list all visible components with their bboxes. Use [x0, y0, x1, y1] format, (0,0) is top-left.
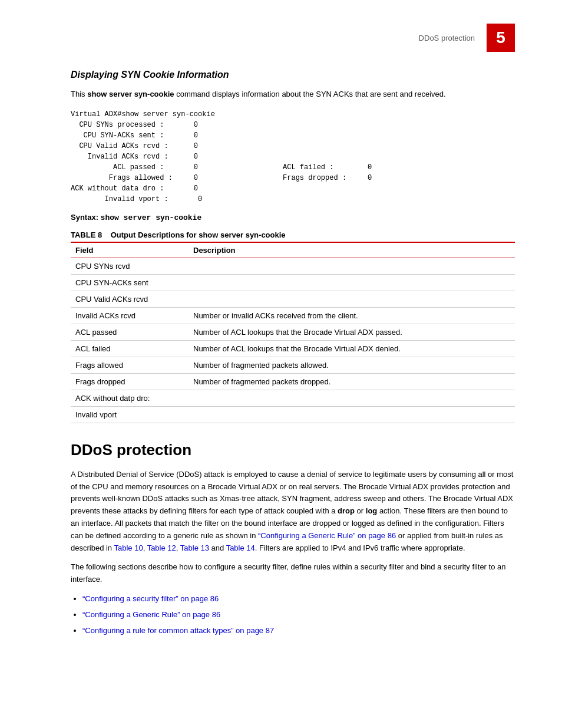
field-cell: ACL passed — [71, 324, 189, 340]
field-cell: ACL failed — [71, 340, 189, 357]
link-configuring-common-attack[interactable]: “Configuring a rule for common attack ty… — [82, 626, 274, 635]
syn-cookie-table: Field Description CPU SYNs rcvdCPU SYN-A… — [71, 242, 515, 423]
field-cell: CPU SYNs rcvd — [71, 258, 189, 274]
table-body: CPU SYNs rcvdCPU SYN-ACKs sentCPU Valid … — [71, 258, 515, 423]
syn-cookie-section: Displaying SYN Cookie Information This s… — [71, 70, 515, 423]
table-header-row: Field Description — [71, 242, 515, 258]
intro-text-after: command displays information about the S… — [174, 90, 446, 98]
list-item: “Configuring a rule for common attack ty… — [82, 625, 515, 637]
page-container: DDoS protection 5 Displaying SYN Cookie … — [0, 0, 562, 676]
link-table14[interactable]: Table 14 — [226, 543, 255, 552]
field-cell: Frags dropped — [71, 373, 189, 390]
description-cell: Number of ACL lookups that the Brocade V… — [189, 324, 515, 340]
description-cell — [189, 406, 515, 423]
table-row: Frags droppedNumber of fragmented packet… — [71, 373, 515, 390]
col-field: Field — [71, 242, 189, 258]
field-cell: Invalid vport — [71, 406, 189, 423]
header-right: DDoS protection 5 — [419, 24, 515, 52]
link-configuring-generic-rule-p1[interactable]: “Configuring a Generic Rule” on page 86 — [258, 531, 396, 540]
table-num: TABLE 8 — [71, 230, 102, 239]
intro-text-before: This — [71, 90, 87, 98]
link-table13[interactable]: Table 13 — [180, 543, 209, 552]
link-table12[interactable]: Table 12 — [147, 543, 176, 552]
link-table10[interactable]: Table 10 — [114, 543, 143, 552]
description-cell: Number of ACL lookups that the Brocade V… — [189, 340, 515, 357]
syntax-label: Syntax: — [71, 213, 98, 222]
table-row: ACL passedNumber of ACL lookups that the… — [71, 324, 515, 340]
col-description: Description — [189, 242, 515, 258]
field-cell: CPU SYN-ACKs sent — [71, 274, 189, 291]
table-row: CPU Valid ACKs rcvd — [71, 291, 515, 307]
table-header: Field Description — [71, 242, 515, 258]
field-cell: Invalid ACKs rcvd — [71, 307, 189, 324]
table-row: ACL failedNumber of ACL lookups that the… — [71, 340, 515, 357]
table-row: ACK without datp dro: — [71, 390, 515, 406]
page-number-badge: 5 — [487, 24, 515, 52]
description-cell — [189, 291, 515, 307]
description-cell — [189, 390, 515, 406]
field-cell: CPU Valid ACKs rcvd — [71, 291, 189, 307]
ddos-title: DDoS protection — [71, 441, 515, 459]
code-block: Virtual ADX#show server syn-cookie CPU S… — [71, 109, 515, 205]
link-configuring-security-filter[interactable]: “Configuring a security filter” on page … — [82, 594, 219, 603]
table-caption: TABLE 8 Output Descriptions for show ser… — [71, 230, 515, 239]
syn-cookie-title: Displaying SYN Cookie Information — [71, 70, 515, 80]
table-row: CPU SYN-ACKs sent — [71, 274, 515, 291]
bold-drop: drop — [338, 506, 355, 515]
intro-bold-text: show server syn-cookie — [87, 90, 174, 98]
page-number: 5 — [496, 28, 505, 47]
ddos-bullet-list: “Configuring a security filter” on page … — [82, 593, 515, 637]
bold-log: log — [366, 506, 378, 515]
ddos-section: DDoS protection A Distributed Denial of … — [71, 441, 515, 637]
ddos-paragraph1: A Distributed Denial of Service (DDoS) a… — [71, 469, 515, 555]
header-section-label: DDoS protection — [419, 34, 475, 42]
list-item: “Configuring a Generic Rule” on page 86 — [82, 609, 515, 621]
table-row: Frags allowedNumber of fragmented packet… — [71, 357, 515, 373]
list-item: “Configuring a security filter” on page … — [82, 593, 515, 605]
table-row: Invalid ACKs rcvdNumber or invalid ACKs … — [71, 307, 515, 324]
table-caption-text: Output Descriptions for show server syn-… — [111, 230, 286, 239]
field-cell: ACK without datp dro: — [71, 390, 189, 406]
link-configuring-generic-rule[interactable]: “Configuring a Generic Rule” on page 86 — [82, 610, 220, 619]
page-header: DDoS protection 5 — [71, 24, 515, 52]
table-row: Invalid vport — [71, 406, 515, 423]
description-cell: Number or invalid ACKs received from the… — [189, 307, 515, 324]
field-cell: Frags allowed — [71, 357, 189, 373]
description-cell: Number of fragmented packets dropped. — [189, 373, 515, 390]
description-cell: Number of fragmented packets allowed. — [189, 357, 515, 373]
syntax-line: Syntax: show server syn-cookie — [71, 213, 515, 222]
description-cell — [189, 274, 515, 291]
table-row: CPU SYNs rcvd — [71, 258, 515, 274]
syntax-cmd: show server syn-cookie — [101, 213, 202, 222]
description-cell — [189, 258, 515, 274]
ddos-paragraph2: The following sections describe how to c… — [71, 561, 515, 586]
syn-cookie-intro: This show server syn-cookie command disp… — [71, 88, 515, 101]
